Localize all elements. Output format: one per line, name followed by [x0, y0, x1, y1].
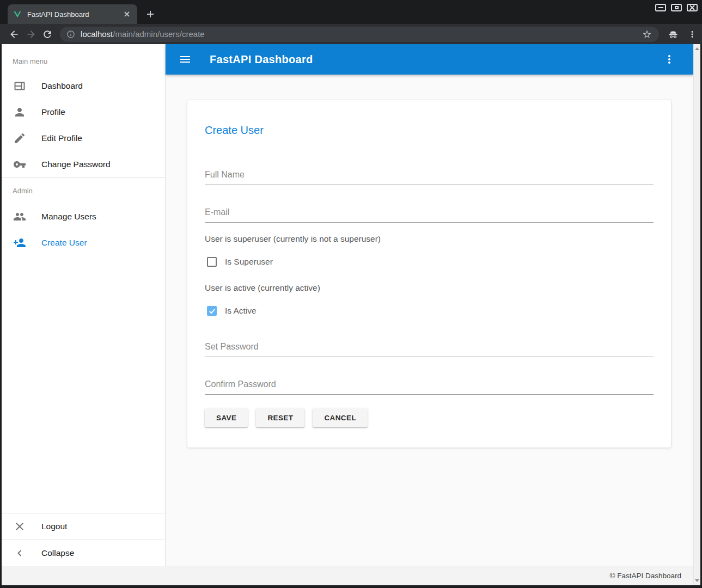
sidebar-item-label: Edit Profile [41, 133, 82, 143]
url-text[interactable]: localhost/main/admin/users/create [81, 29, 640, 39]
is-active-checkbox-row[interactable]: Is Active [205, 306, 654, 316]
address-bar[interactable]: localhost/main/admin/users/create [60, 27, 659, 42]
chevron-left-icon [13, 547, 26, 560]
new-tab-icon [146, 10, 155, 19]
checkbox-label: Is Superuser [225, 257, 273, 267]
sidebar-item-create-user[interactable]: Create User [2, 230, 165, 256]
url-host: localhost [81, 29, 113, 39]
vue-logo-icon [13, 10, 22, 19]
active-note: User is active (currently active) [205, 283, 654, 293]
scroll-down-arrow-icon[interactable] [695, 579, 699, 582]
key-icon [13, 158, 26, 171]
checkbox-checked-icon[interactable] [207, 306, 217, 316]
sidebar-item-logout[interactable]: Logout [2, 513, 165, 540]
incognito-icon [667, 28, 679, 40]
sidebar-item-profile[interactable]: Profile [2, 99, 165, 125]
tab-close-button[interactable] [122, 9, 132, 19]
sidebar-bottom: Logout Collapse [2, 513, 165, 566]
superuser-note: User is superuser (currently is not a su… [205, 234, 654, 244]
web-page: Main menu Dashboard Profile Edit Profile [2, 44, 700, 585]
sidebar-item-collapse[interactable]: Collapse [2, 540, 165, 566]
confirm-password-field[interactable] [205, 379, 654, 395]
checkbox-label: Is Active [225, 306, 257, 316]
is-superuser-checkbox-row[interactable]: Is Superuser [205, 257, 654, 267]
sidebar-item-change-password[interactable]: Change Password [2, 151, 165, 177]
person-add-icon [13, 236, 26, 249]
incognito-badge [666, 26, 681, 42]
sidebar-section-admin: Admin [2, 178, 165, 204]
set-password-field[interactable] [205, 342, 654, 357]
reload-button[interactable] [39, 26, 56, 43]
tab-title: FastAPI Dashboard [27, 10, 122, 19]
sidebar-item-manage-users[interactable]: Manage Users [2, 204, 165, 230]
minimize-button[interactable] [655, 4, 666, 11]
scroll-up-arrow-icon[interactable] [695, 47, 699, 50]
window-controls [655, 4, 698, 11]
page-footer: © FastAPI Dashboard [2, 566, 693, 585]
close-window-button[interactable] [687, 4, 698, 11]
checkbox-unchecked-icon[interactable] [207, 257, 217, 267]
info-icon[interactable] [66, 30, 75, 39]
star-icon [642, 29, 652, 39]
tab-strip: FastAPI Dashboard [0, 0, 702, 24]
dashboard-icon [13, 79, 26, 93]
browser-menu-button[interactable] [685, 26, 700, 42]
sidebar-item-edit-profile[interactable]: Edit Profile [2, 125, 165, 151]
sidebar-item-label: Create User [41, 238, 87, 248]
url-path: /main/admin/users/create [113, 29, 204, 39]
bookmark-button[interactable] [640, 28, 654, 41]
kebab-menu-icon [663, 53, 676, 66]
save-button[interactable]: SAVE [205, 408, 248, 427]
cancel-button[interactable]: CANCEL [313, 408, 368, 427]
person-icon [13, 106, 26, 119]
minimize-icon [658, 7, 663, 8]
app-title: FastAPI Dashboard [210, 53, 313, 66]
hamburger-icon [179, 53, 192, 66]
maximize-button[interactable] [671, 4, 682, 11]
browser-window: FastAPI Dashboard localhost/m [0, 0, 702, 588]
sidebar: Main menu Dashboard Profile Edit Profile [2, 44, 166, 566]
browser-toolbar: localhost/main/admin/users/create [0, 24, 702, 44]
kebab-menu-icon [687, 29, 697, 39]
nav-drawer-toggle-button[interactable] [172, 46, 198, 72]
app-bar: FastAPI Dashboard [166, 44, 693, 75]
reset-button[interactable]: RESET [256, 408, 304, 427]
new-tab-button[interactable] [143, 7, 158, 22]
create-user-card: Create User User is superuser (currently… [187, 100, 671, 448]
browser-tab[interactable]: FastAPI Dashboard [8, 4, 137, 24]
back-button[interactable] [6, 26, 22, 43]
close-icon [689, 5, 695, 10]
form-actions: SAVE RESET CANCEL [205, 408, 654, 427]
email-field[interactable] [205, 207, 654, 223]
pencil-icon [13, 132, 26, 145]
sidebar-item-label: Profile [41, 107, 65, 117]
main-content: Create User User is superuser (currently… [166, 75, 693, 566]
sidebar-item-label: Dashboard [41, 81, 83, 91]
full-name-field[interactable] [205, 170, 654, 185]
close-icon [13, 520, 26, 533]
reload-icon [42, 29, 53, 40]
sidebar-item-label: Manage Users [41, 212, 96, 222]
forward-arrow-icon [26, 29, 36, 40]
copyright-text: © FastAPI Dashboard [609, 572, 681, 580]
back-arrow-icon [9, 29, 20, 40]
sidebar-item-label: Collapse [41, 548, 74, 558]
app-menu-button[interactable] [658, 48, 680, 70]
sidebar-item-dashboard[interactable]: Dashboard [2, 73, 165, 99]
people-icon [13, 210, 26, 223]
maximize-icon [675, 6, 679, 9]
page-title: Create User [205, 122, 654, 138]
checkmark-icon [208, 307, 216, 315]
sidebar-item-label: Change Password [41, 160, 111, 169]
sidebar-item-label: Logout [41, 522, 67, 531]
close-icon [124, 11, 130, 17]
sidebar-section-main-menu: Main menu [2, 44, 165, 73]
forward-button[interactable] [22, 26, 39, 43]
page-scrollbar[interactable] [693, 44, 700, 585]
